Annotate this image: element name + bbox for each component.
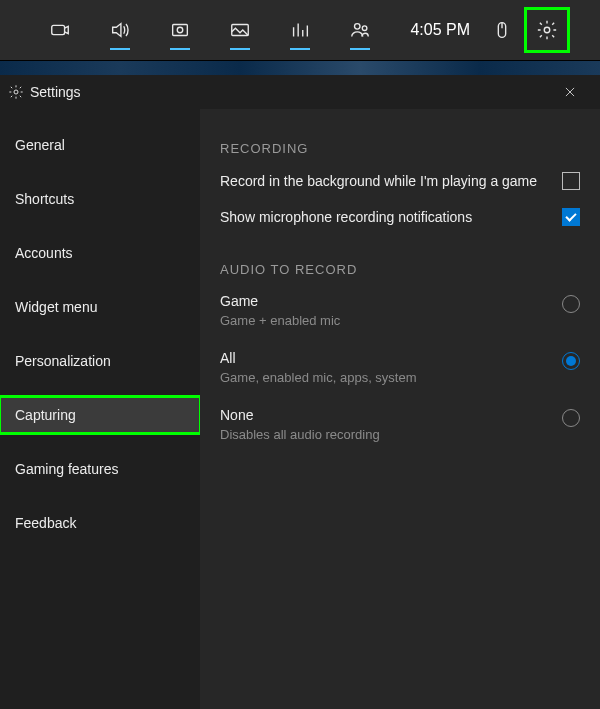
sidebar-item-widget-menu[interactable]: Widget menu: [0, 289, 200, 325]
settings-sidebar: General Shortcuts Accounts Widget menu P…: [0, 109, 200, 709]
checkbox-background-record[interactable]: [562, 172, 580, 190]
radio-none[interactable]: [562, 409, 580, 427]
check-row-mic-notifications: Show microphone recording notifications: [220, 208, 580, 226]
xbox-widget-icon[interactable]: [30, 0, 90, 60]
svg-point-7: [544, 27, 550, 33]
mouse-icon[interactable]: [482, 0, 522, 60]
sidebar-item-gaming-features[interactable]: Gaming features: [0, 451, 200, 487]
settings-panel: Settings General Shortcuts Accounts Widg…: [0, 75, 600, 709]
sidebar-item-accounts[interactable]: Accounts: [0, 235, 200, 271]
radio-row-none: None Disables all audio recording: [220, 407, 580, 442]
checkbox-mic-notifications[interactable]: [562, 208, 580, 226]
sidebar-item-shortcuts[interactable]: Shortcuts: [0, 181, 200, 217]
toolbar-underline: [110, 48, 130, 50]
decorative-strip: [0, 61, 600, 75]
radio-game[interactable]: [562, 295, 580, 313]
social-icon[interactable]: [330, 0, 390, 60]
gallery-icon[interactable]: [210, 0, 270, 60]
radio-row-all: All Game, enabled mic, apps, system: [220, 350, 580, 385]
recording-heading: RECORDING: [220, 141, 580, 156]
check-label: Show microphone recording notifications: [220, 209, 562, 225]
check-label: Record in the background while I'm playi…: [220, 173, 562, 189]
toolbar-clock: 4:05 PM: [398, 21, 482, 39]
radio-all[interactable]: [562, 352, 580, 370]
radio-subtitle: Game + enabled mic: [220, 313, 562, 328]
toolbar-underline: [350, 48, 370, 50]
gear-icon: [8, 84, 24, 100]
sidebar-item-feedback[interactable]: Feedback: [0, 505, 200, 541]
sidebar-item-capturing[interactable]: Capturing: [0, 397, 200, 433]
game-bar-toolbar: 4:05 PM: [0, 0, 600, 61]
radio-subtitle: Game, enabled mic, apps, system: [220, 370, 562, 385]
radio-row-game: Game Game + enabled mic: [220, 293, 580, 328]
svg-rect-0: [52, 25, 65, 34]
panel-title: Settings: [30, 84, 81, 100]
sidebar-item-general[interactable]: General: [0, 127, 200, 163]
sidebar-item-personalization[interactable]: Personalization: [0, 343, 200, 379]
svg-point-5: [362, 26, 367, 31]
toolbar-underline: [290, 48, 310, 50]
close-button[interactable]: [554, 76, 586, 108]
audio-icon[interactable]: [90, 0, 150, 60]
audio-heading: AUDIO TO RECORD: [220, 262, 580, 277]
capture-icon[interactable]: [150, 0, 210, 60]
toolbar-underline: [230, 48, 250, 50]
radio-subtitle: Disables all audio recording: [220, 427, 562, 442]
toolbar-underline: [170, 48, 190, 50]
radio-title: Game: [220, 293, 562, 309]
svg-point-4: [355, 24, 361, 29]
check-row-background-record: Record in the background while I'm playi…: [220, 172, 580, 190]
svg-point-8: [14, 90, 18, 94]
svg-point-2: [177, 27, 183, 33]
settings-header: Settings: [0, 75, 600, 109]
settings-content: RECORDING Record in the background while…: [200, 109, 600, 709]
performance-icon[interactable]: [270, 0, 330, 60]
svg-rect-1: [173, 25, 188, 36]
radio-title: All: [220, 350, 562, 366]
settings-gear-icon[interactable]: [524, 7, 570, 53]
radio-title: None: [220, 407, 562, 423]
